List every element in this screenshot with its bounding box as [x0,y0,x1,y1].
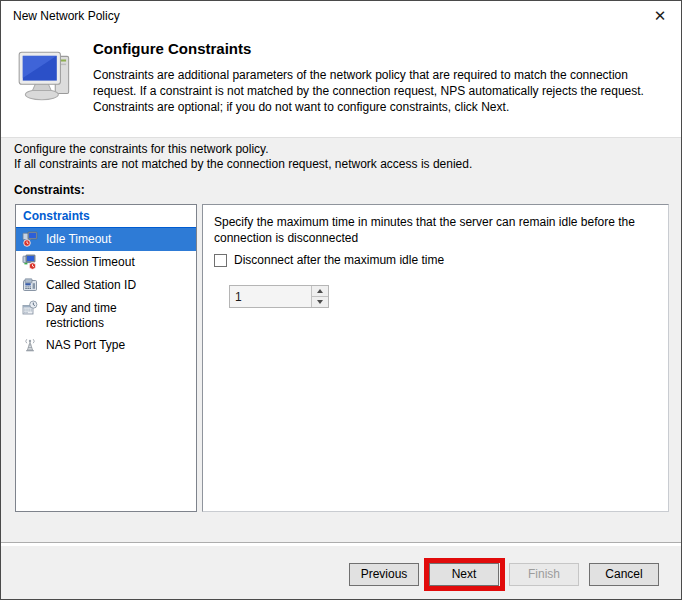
down-arrow-icon [317,300,323,304]
monitor-session-icon [22,254,38,270]
close-button[interactable]: ✕ [647,4,673,28]
instruction-line-2: If all constraints are not matched by th… [14,157,472,172]
instruction-line-1: Configure the constraints for this netwo… [14,142,472,157]
spinner-buttons [311,286,328,307]
disconnect-checkbox-row: Disconnect after the maximum idle time [214,253,444,267]
list-item-label: Called Station ID [46,277,174,293]
finish-button: Finish [509,563,579,586]
next-button[interactable]: Next [429,563,499,586]
monitor-timeout-icon [22,231,38,247]
list-item-nas-port-type[interactable]: NAS Port Type [16,334,196,357]
page-description: Constraints are additional parameters of… [93,67,673,115]
disconnect-checkbox[interactable] [214,254,227,267]
disconnect-checkbox-label[interactable]: Disconnect after the maximum idle time [234,253,444,267]
idle-minutes-spinner [229,285,329,308]
spinner-down-button [312,297,328,307]
list-item-label: Idle Timeout [46,231,174,247]
page-title: Configure Constraints [93,40,251,57]
constraints-listbox: Constraints Idle Timeout [15,204,197,512]
calendar-clock-icon [22,300,38,316]
instruction-band: Configure the constraints for this netwo… [14,142,472,172]
idle-minutes-input [230,286,311,307]
listbox-header: Constraints [16,205,196,228]
list-item-called-station-id[interactable]: Called Station ID [16,274,196,297]
list-item-idle-timeout[interactable]: Idle Timeout [16,228,196,251]
idle-timeout-panel: Specify the maximum time in minutes that… [202,204,669,512]
antenna-icon [22,337,38,353]
new-network-policy-dialog: New Network Policy ✕ Configure Constrain… [0,0,682,600]
bottom-separator-highlight [1,543,681,546]
spinner-up-button [312,286,328,297]
list-item-day-time-restrictions[interactable]: Day and time restrictions [16,297,196,334]
list-item-label: NAS Port Type [46,337,174,353]
list-item-label: Day and time restrictions [46,300,174,331]
panel-description: Specify the maximum time in minutes that… [214,214,666,246]
previous-button[interactable]: Previous [349,563,419,586]
list-item-label: Session Timeout [46,254,174,270]
list-item-session-timeout[interactable]: Session Timeout [16,251,196,274]
close-icon: ✕ [654,7,667,25]
cancel-button[interactable]: Cancel [589,563,659,586]
computer-icon [14,44,80,110]
window-title: New Network Policy [13,9,120,23]
title-bar: New Network Policy ✕ [1,1,681,31]
phone-icon [22,277,38,293]
wizard-header: Configure Constraints Constraints are ad… [1,31,681,138]
constraints-section-label: Constraints: [14,183,85,197]
up-arrow-icon [317,289,323,293]
